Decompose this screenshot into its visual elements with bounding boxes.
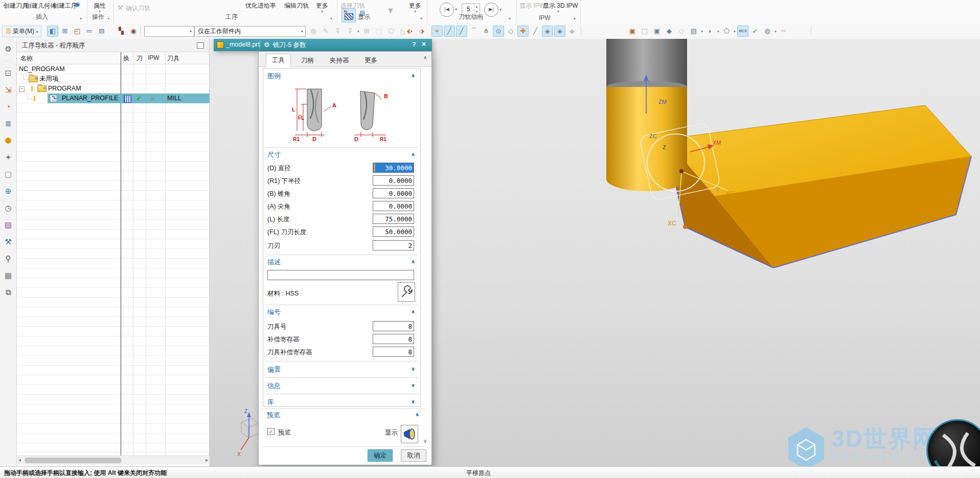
intersection-point-icon[interactable]: ⋔ xyxy=(481,26,492,37)
web-browser-icon[interactable]: ⊕ xyxy=(2,186,14,196)
operation-navigator-icon[interactable]: ≣ xyxy=(2,119,14,129)
corner-point-handle[interactable] xyxy=(683,225,687,229)
no-section-icon[interactable]: ✂ xyxy=(778,26,789,37)
snap-point-icon[interactable]: ⌖ xyxy=(431,26,443,37)
tool-name-cell[interactable]: MILL xyxy=(167,94,181,103)
wcs-origin-handle[interactable] xyxy=(679,169,683,173)
render-style-icon[interactable]: ▤ xyxy=(688,26,699,37)
verify-toolpath-button[interactable]: 确认刀轨 xyxy=(126,4,150,13)
tab-shank[interactable]: 刀柄 xyxy=(295,54,320,66)
menu-button[interactable]: ☰ 菜单(M) ▾ xyxy=(2,26,41,37)
find-icon[interactable]: ⚲ xyxy=(2,254,14,264)
dialog-scroll-down-icon[interactable]: ∨ xyxy=(423,438,427,444)
end-point-icon[interactable]: ╱ xyxy=(444,26,455,37)
show-3d-ipw-dropdown-icon[interactable]: ▾ xyxy=(557,9,559,14)
go-to-start-button[interactable]: |◀ xyxy=(440,3,454,17)
interior-object-icon[interactable]: ⬡ xyxy=(385,26,397,37)
undock-panel-button[interactable] xyxy=(197,42,204,49)
section-legend-caret-icon[interactable]: ∧ xyxy=(411,73,415,78)
scroll-left-icon[interactable]: ◂ xyxy=(18,457,21,463)
point-on-curve-icon[interactable]: ╱ xyxy=(530,26,541,37)
snap-settings-icon[interactable]: ⬗ xyxy=(416,26,427,37)
highlighted-edges[interactable] xyxy=(666,139,971,268)
animation-group-dropdown-icon[interactable]: ▾ xyxy=(509,16,511,21)
process-group-dropdown-icon[interactable]: ▾ xyxy=(330,16,332,21)
workpiece-top-face[interactable] xyxy=(666,105,971,196)
program-order-view-icon[interactable]: ◧ xyxy=(47,26,58,37)
section-dimensions-caret-icon[interactable]: ∧ xyxy=(411,151,415,157)
edit-toolpath-button[interactable]: 编辑刀轨 xyxy=(284,2,309,10)
machining-method-view-icon[interactable]: ≔ xyxy=(84,26,95,37)
part-navigator-icon[interactable]: ◔ xyxy=(2,102,14,112)
go-to-end-button[interactable]: ▶| xyxy=(484,3,498,17)
show-toolpath-icon[interactable]: ↹ xyxy=(341,8,356,22)
templates-icon[interactable]: ▦ xyxy=(2,270,14,281)
section-preview-header[interactable]: 预览 xyxy=(267,411,280,420)
flutes-input[interactable]: 2 xyxy=(373,240,414,251)
general-object-filter-icon[interactable]: ⬚ xyxy=(373,26,384,37)
section-library-header[interactable]: 库 xyxy=(267,398,274,407)
column-header-name[interactable]: 名称 xyxy=(20,54,33,63)
fit-window-icon[interactable]: ⬚ xyxy=(639,26,650,37)
type-filter-icon[interactable]: ⊽ xyxy=(345,26,356,37)
dialog-scroll-up-icon[interactable]: ∧ xyxy=(423,55,427,60)
diameter-input[interactable]: 30.0000 xyxy=(373,163,414,173)
point-on-face-icon[interactable]: ◈ xyxy=(542,26,553,37)
wcs-x-handle[interactable] xyxy=(678,171,681,217)
mid-point-icon[interactable]: ╱ xyxy=(456,26,467,37)
create-tool-button[interactable]: 创建刀具 xyxy=(4,2,28,10)
arc-center-icon[interactable]: ⌒ xyxy=(468,26,480,37)
tool-body[interactable] xyxy=(606,87,687,179)
length-input[interactable]: 75.0000 xyxy=(373,214,414,224)
knot-point-icon[interactable]: ◆ xyxy=(566,26,578,37)
windows-icon[interactable]: ⧉ xyxy=(2,287,14,298)
dialog-title-bar[interactable]: _model8.prt ⚙ 铣刀-5 参数 ? × xyxy=(214,39,432,51)
material-edit-button[interactable] xyxy=(398,282,415,302)
tree-row-planar-profile[interactable]: PLANAR_PROFILE ✔ × MILL xyxy=(17,94,210,103)
bounded-plane-icon[interactable]: ◈ xyxy=(554,26,565,37)
column-header-tool-status[interactable]: 刀 xyxy=(136,54,143,63)
section-dimensions-header[interactable]: 尺寸 xyxy=(267,150,281,160)
selection-filter-combo[interactable]: 仅在工作部件内 ▾ xyxy=(194,26,306,37)
ipw-group-dropdown-icon[interactable]: ▾ xyxy=(574,16,576,21)
scrollbar-thumb[interactable] xyxy=(25,458,122,463)
insert-gallery-icon[interactable]: ✺ xyxy=(75,1,83,9)
go-to-start-dropdown-icon[interactable]: ▾ xyxy=(455,7,457,12)
reuse-library-icon[interactable]: ✦ xyxy=(2,152,14,163)
section-library-caret-icon[interactable]: ∨ xyxy=(411,399,415,404)
pan-view-icon[interactable]: ◇ xyxy=(676,26,687,37)
find-object-icon[interactable]: ▚ xyxy=(116,26,127,37)
toolpath-report-icon[interactable]: ◉ xyxy=(128,26,139,37)
wcs-y-handle[interactable] xyxy=(681,171,728,191)
yc-axis-label[interactable]: YC xyxy=(726,190,735,197)
type-filter-icon-dropdown[interactable]: ▾ xyxy=(357,29,359,34)
workpiece-left-face[interactable] xyxy=(666,139,773,268)
preview-checkbox[interactable]: ✓ xyxy=(267,428,275,435)
section-numbers-header[interactable]: 编号 xyxy=(267,308,281,317)
column-splitter[interactable] xyxy=(121,52,121,456)
section-offsets-caret-icon[interactable]: ∨ xyxy=(411,366,415,372)
history-icon[interactable]: ◷ xyxy=(2,203,14,213)
preview-show-button[interactable] xyxy=(401,425,418,443)
existing-point-icon[interactable]: ✚ xyxy=(517,26,529,37)
detail-filter-icon[interactable]: ⊞ xyxy=(361,26,372,37)
section-view-icon-dropdown[interactable]: ▾ xyxy=(717,29,719,34)
navigator-horizontal-scrollbar[interactable]: ◂ ▸ xyxy=(17,456,210,465)
machining-feature-icon[interactable]: ⬢ xyxy=(2,135,14,146)
show-3d-ipw-button[interactable]: 显示 3D IPW xyxy=(543,2,578,10)
column-header-change[interactable]: 换 xyxy=(123,54,129,63)
cancel-button[interactable]: 取消 xyxy=(401,449,426,462)
tool-tip[interactable] xyxy=(606,167,687,191)
cutcom-register-input[interactable]: 8 xyxy=(373,347,414,357)
rail-gear-icon[interactable]: ⚙ xyxy=(2,44,14,54)
column-header-ipw[interactable]: IPW xyxy=(148,54,159,61)
show-ipw-button[interactable]: 显示 IPW xyxy=(519,2,545,10)
constraint-navigator-icon[interactable]: ⇲ xyxy=(2,85,14,95)
part-tab-label[interactable]: _model8.prt xyxy=(226,41,260,48)
tab-more[interactable]: 更多 xyxy=(359,54,383,66)
section-offsets-header[interactable]: 偏置 xyxy=(267,365,281,374)
quadrant-point-icon[interactable]: ◇ xyxy=(505,26,516,37)
true-shading-icon-dropdown[interactable]: ▾ xyxy=(734,29,736,34)
show-mcs-icon[interactable]: MCS xyxy=(737,26,748,37)
navigator-columns-icon[interactable]: ⊟ xyxy=(96,26,107,37)
